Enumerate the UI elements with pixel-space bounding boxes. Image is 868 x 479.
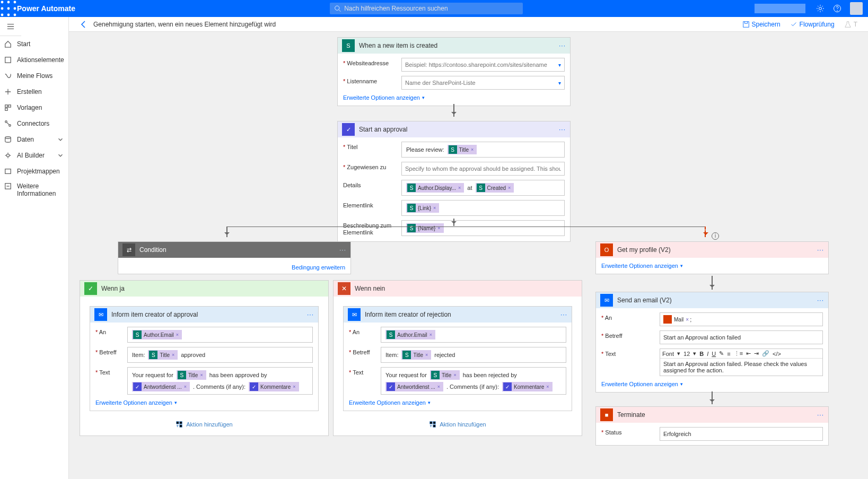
condition-header[interactable]: ⇄ Condition ··· <box>118 242 350 258</box>
trigger-card: S When a new item is created ··· Website… <box>337 37 571 106</box>
dropdown-icon[interactable]: ▾ <box>558 62 561 68</box>
advanced-options-link[interactable]: Erweiterte Optionen anzeigen ▾ <box>601 381 683 387</box>
card-menu-button[interactable]: ··· <box>307 311 314 318</box>
status-select[interactable]: Erfolgreich <box>660 427 823 441</box>
card-menu-button[interactable]: ··· <box>339 246 346 254</box>
list-input[interactable]: ▾ <box>401 76 565 90</box>
dropdown-icon[interactable]: ▾ <box>558 80 561 86</box>
font-select[interactable]: Font <box>662 351 674 357</box>
numlist-button[interactable]: ⋮≡ <box>734 350 743 357</box>
svg-point-3 <box>1 7 4 10</box>
title-field[interactable]: Please review: STitle× <box>401 142 565 158</box>
advanced-options-link[interactable]: Erweiterte Optionen anzeigen ▾ <box>349 399 431 406</box>
no-branch: ✕ Wenn nein ✉ Inform item creator of rej… <box>333 280 582 436</box>
subject-field[interactable]: Item: STitle× approved <box>127 347 313 363</box>
nav-action-items[interactable]: Aktionselemente <box>0 52 68 68</box>
list-button[interactable]: ≡ <box>727 351 730 357</box>
svg-point-7 <box>7 14 10 16</box>
site-input[interactable]: ▾ <box>401 58 565 72</box>
nav-start[interactable]: Start <box>0 36 68 52</box>
add-action-button[interactable]: Aktion hinzufügen <box>334 421 582 428</box>
terminate-icon: ■ <box>600 408 613 421</box>
settings-icon[interactable] <box>816 4 825 13</box>
nav-data[interactable]: Daten <box>0 132 68 147</box>
svg-point-8 <box>14 14 16 16</box>
body-field[interactable]: Start an Approval action failed. Please … <box>660 359 822 376</box>
terminate-header[interactable]: ■ Terminate ··· <box>596 407 828 423</box>
advanced-options-link[interactable]: Erweiterte Optionen anzeigen ▾ <box>601 263 683 269</box>
card-menu-button[interactable]: ··· <box>817 297 824 304</box>
subject-field[interactable]: Item: STitle× rejected <box>381 347 566 363</box>
details-field[interactable]: SAuthor.Display...× at SCreated× <box>401 180 565 196</box>
avatar[interactable] <box>850 2 863 15</box>
flow-canvas[interactable]: S When a new item is created ··· Website… <box>69 32 868 479</box>
nav-solutions[interactable]: Projektmappen <box>0 163 68 179</box>
code-view-button[interactable]: </> <box>773 351 781 357</box>
card-menu-button[interactable]: ··· <box>559 42 566 49</box>
indent-button[interactable]: ⇥ <box>754 350 759 357</box>
inform-rejection-header[interactable]: ✉ Inform item creator of rejection ··· <box>344 307 572 323</box>
bold-button[interactable]: B <box>699 351 704 357</box>
inform-approval-header[interactable]: ✉ Inform item creator of approval ··· <box>90 307 318 323</box>
linkdesc-field[interactable]: S{Name}× <box>401 220 565 236</box>
svg-rect-17 <box>5 108 7 110</box>
link-field[interactable]: S{Link}× <box>401 200 565 216</box>
save-button[interactable]: Speichern <box>742 21 781 28</box>
svg-rect-22 <box>5 169 11 174</box>
chevron-down-icon <box>57 152 64 159</box>
search-input[interactable] <box>344 5 519 12</box>
outlook-icon: ✉ <box>348 308 361 321</box>
assigned-field[interactable] <box>401 162 565 176</box>
size-select[interactable]: 12 <box>683 351 690 357</box>
flow-title: Genehmigung starten, wenn ein neues Elem… <box>93 21 276 28</box>
chevron-down-icon <box>57 136 64 143</box>
nav-create[interactable]: Erstellen <box>0 84 68 100</box>
svg-rect-15 <box>5 105 7 107</box>
connector-arrow <box>453 219 454 226</box>
to-field[interactable]: SAuthor.Email× <box>381 327 566 343</box>
outdent-button[interactable]: ⇤ <box>746 350 751 357</box>
body-field[interactable]: Your request for STitle× has been reject… <box>381 367 566 395</box>
link-button[interactable]: 🔗 <box>762 350 769 357</box>
rtf-editor[interactable]: Font▾ 12▾ B I U ✎ ≡ ⋮≡ ⇤ ⇥ 🔗 </> Start a… <box>660 349 823 376</box>
info-icon[interactable]: i <box>712 232 719 240</box>
search-box[interactable] <box>330 3 523 14</box>
send-email-header[interactable]: ✉ Send an email (V2) ··· <box>596 292 828 308</box>
send-email-card: ✉ Send an email (V2) ··· An Mail×; Betre… <box>595 292 829 393</box>
advanced-options-link[interactable]: Erweiterte Optionen anzeigen ▾ <box>95 399 177 406</box>
nav-ai-builder[interactable]: AI Builder <box>0 147 68 163</box>
get-profile-header[interactable]: O Get my profile (V2) ··· <box>596 242 828 258</box>
underline-button[interactable]: U <box>712 351 716 357</box>
trigger-header[interactable]: S When a new item is created ··· <box>338 38 570 54</box>
card-menu-button[interactable]: ··· <box>817 246 824 254</box>
expand-condition-link[interactable]: Bedingung erweitern <box>292 264 345 271</box>
svg-rect-14 <box>5 57 11 63</box>
nav-more-info[interactable]: WeitereInformationen <box>0 179 68 201</box>
help-icon[interactable] <box>833 4 841 13</box>
search-icon <box>334 5 341 12</box>
waffle-icon[interactable] <box>0 0 17 17</box>
back-icon[interactable] <box>80 20 88 29</box>
inform-rejection-card: ✉ Inform item creator of rejection ··· A… <box>343 306 572 411</box>
outlook-icon: ✉ <box>94 308 107 321</box>
list-label: Listenname <box>343 76 401 84</box>
body-field[interactable]: Your request for STitle× has been approv… <box>127 367 313 395</box>
nav-my-flows[interactable]: Meine Flows <box>0 68 68 84</box>
flow-check-button[interactable]: Flowprüfung <box>790 21 835 28</box>
italic-button[interactable]: I <box>707 351 708 357</box>
test-button[interactable]: T <box>844 21 857 28</box>
color-button[interactable]: ✎ <box>719 350 724 357</box>
card-menu-button[interactable]: ··· <box>559 126 566 133</box>
add-action-button[interactable]: Aktion hinzufügen <box>80 421 328 428</box>
card-menu-button[interactable]: ··· <box>817 411 824 419</box>
to-field[interactable]: SAuthor.Email× <box>127 327 313 343</box>
subject-field[interactable]: Start an Approval action failed <box>660 330 823 344</box>
card-menu-button[interactable]: ··· <box>560 311 567 318</box>
advanced-options-link[interactable]: Erweiterte Optionen anzeigen ▾ <box>343 94 425 101</box>
to-field[interactable]: Mail×; <box>660 312 823 326</box>
nav-templates[interactable]: Vorlagen <box>0 100 68 116</box>
svg-point-9 <box>335 6 339 10</box>
nav-connectors[interactable]: Connectors <box>0 116 68 132</box>
approval-header[interactable]: ✓ Start an approval ··· <box>338 121 570 137</box>
hamburger-button[interactable] <box>0 17 21 36</box>
